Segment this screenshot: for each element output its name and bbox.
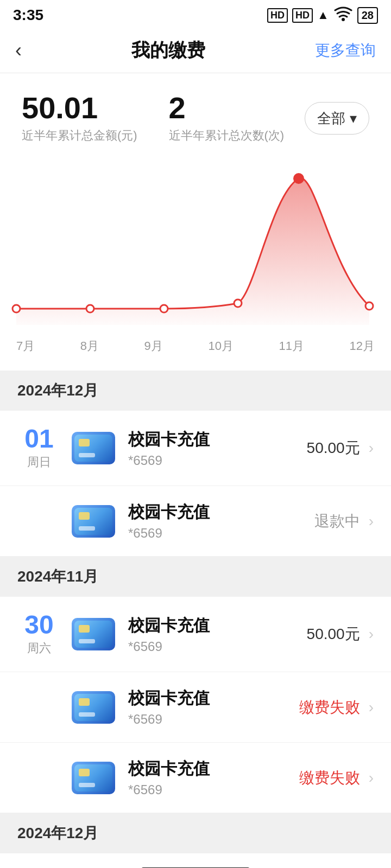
transaction-date: 30 周六 [17,612,61,656]
transaction-name: 校园卡充值 [128,429,307,451]
weekday-label: 周六 [17,640,61,656]
section-header-nov2024: 2024年11月 [0,557,391,597]
filter-dropdown[interactable]: 全部 ▾ [305,102,369,135]
day-number: 30 [17,612,61,638]
chevron-right-icon: › [369,513,374,530]
chevron-right-icon: › [369,626,374,643]
month-label-8: 8月 [80,338,99,354]
card-icon [72,505,115,538]
transaction-amount: 缴费失败 [299,768,360,788]
transaction-info: 校园卡充值 *6569 [128,687,299,727]
transaction-row: 校园卡充值 *6569 退款中 › [0,486,391,557]
svg-point-0 [342,18,345,21]
transaction-name: 校园卡充值 [128,501,314,524]
transaction-row: 校园卡充值 *6569 缴费失败 › [0,743,391,813]
status-time: 3:35 [13,7,43,24]
header: ‹ 我的缴费 更多查询 [0,28,391,73]
month-label-7: 7月 [16,338,35,354]
transaction-info: 校园卡充值 *6569 [128,429,307,468]
chart-section: 7月 8月 9月 10月 11月 12月 [0,157,391,371]
chevron-right-icon: › [369,439,374,457]
transaction-right[interactable]: 缴费失败 › [299,768,374,788]
hd-icon2: HD [292,8,313,23]
transaction-amount: 退款中 [314,511,360,532]
signal-icon: ▲ [317,8,329,22]
transaction-sub: *6569 [128,712,299,727]
more-query-button[interactable]: 更多查询 [315,40,376,61]
summary-count-block: 2 近半年累计总次数(次) [158,93,305,144]
month-label-9: 9月 [144,338,163,354]
month-label-10: 10月 [208,338,233,354]
svg-point-3 [160,305,168,312]
month-label-11: 11月 [279,338,304,354]
card-icon [72,762,115,794]
transaction-info: 校园卡充值 *6569 [128,758,299,797]
day-number: 01 [17,426,61,452]
battery-icon: 28 [357,7,378,24]
transaction-amount: 50.00元 [307,624,360,644]
svg-point-5 [294,174,304,183]
transaction-amount: 缴费失败 [299,697,360,718]
bottom-safe-area [0,853,391,868]
transaction-info: 校园卡充值 *6569 [128,615,307,654]
transaction-row: 校园卡充值 *6569 缴费失败 › [0,672,391,743]
transaction-right[interactable]: 50.00元 › [307,624,374,644]
section-header-bottom: 2024年12月 [0,813,391,853]
svg-point-6 [365,302,373,310]
amount-label: 近半年累计总金额(元) [22,127,158,144]
back-button[interactable]: ‹ [15,39,22,62]
svg-point-2 [86,305,94,312]
month-label-12: 12月 [349,338,374,354]
svg-point-1 [12,305,20,312]
chevron-right-icon: › [369,769,374,787]
chevron-right-icon: › [369,699,374,716]
transaction-sub: *6569 [128,453,307,468]
filter-label: 全部 [317,109,345,128]
transaction-group-nov2024: 30 周六 校园卡充值 *6569 50.00元 › 校园卡充值 *6569 缴… [0,597,391,813]
transaction-name: 校园卡充值 [128,758,299,780]
transaction-date: 01 周日 [17,426,61,470]
transaction-sub: *6569 [128,526,314,541]
card-icon [72,691,115,724]
weekday-label: 周日 [17,454,61,470]
line-chart [11,162,380,336]
status-bar: 3:35 HD HD ▲ 28 [0,0,391,28]
transaction-sub: *6569 [128,782,299,797]
card-icon [72,618,115,650]
total-count: 2 [169,93,305,123]
card-icon [72,432,115,464]
section-header-dec2024: 2024年12月 [0,371,391,411]
hd-icon: HD [267,8,288,23]
chevron-down-icon: ▾ [350,110,357,127]
transaction-group-dec2024: 01 周日 校园卡充值 *6569 50.00元 › 校园卡充值 *6569 退… [0,411,391,557]
transaction-row: 30 周六 校园卡充值 *6569 50.00元 › [0,597,391,672]
chart-x-labels: 7月 8月 9月 10月 11月 12月 [11,338,380,354]
transaction-info: 校园卡充值 *6569 [128,501,314,541]
page-title: 我的缴费 [131,38,205,63]
svg-point-4 [234,299,242,307]
transaction-row: 01 周日 校园卡充值 *6569 50.00元 › [0,411,391,486]
transaction-name: 校园卡充值 [128,687,299,710]
transaction-sub: *6569 [128,639,307,654]
transaction-name: 校园卡充值 [128,615,307,637]
transaction-right[interactable]: 退款中 › [314,511,374,532]
transaction-right[interactable]: 50.00元 › [307,438,374,458]
wifi-signal [333,6,353,24]
count-label: 近半年累计总次数(次) [169,127,305,144]
status-icons: HD HD ▲ 28 [267,6,378,24]
total-amount: 50.01 [22,93,158,123]
summary-section: 50.01 近半年累计总金额(元) 2 近半年累计总次数(次) 全部 ▾ [0,73,391,157]
summary-amount-block: 50.01 近半年累计总金额(元) [22,93,158,144]
transaction-right[interactable]: 缴费失败 › [299,697,374,718]
transaction-amount: 50.00元 [307,438,360,458]
